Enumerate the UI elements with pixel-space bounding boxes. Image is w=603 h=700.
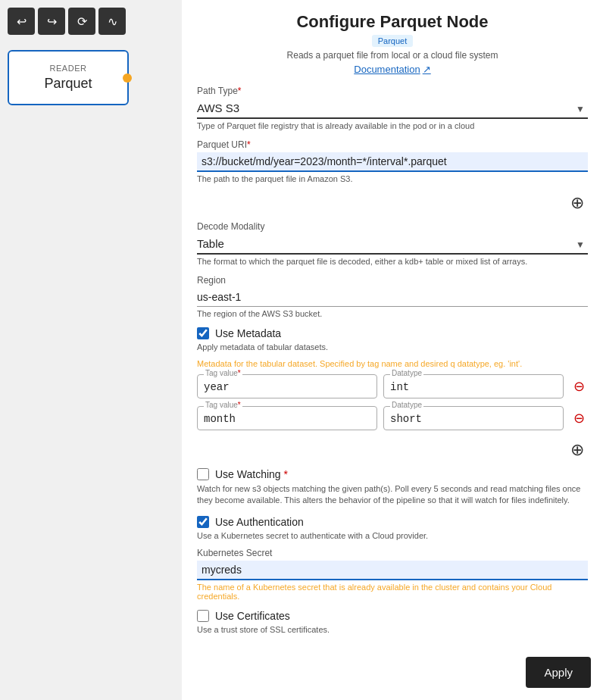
parquet-uri-hint: The path to the parquet file in Amazon S… [197, 174, 588, 183]
wave-button[interactable]: ∿ [98, 8, 126, 35]
doc-link-row: Documentation ↗ [197, 64, 588, 75]
node-connection-dot [123, 73, 132, 83]
path-type-hint: Type of Parquet file registry that is al… [197, 121, 588, 130]
region-input[interactable] [197, 288, 588, 307]
use-metadata-checkbox[interactable] [197, 327, 209, 339]
use-authentication-hint: Use a Kubernetes secret to authenticate … [197, 531, 588, 540]
add-tag-btn-row: ⊕ [197, 439, 588, 461]
left-panel: ↩ ↪ ⟳ ∿ READER Parquet [0, 0, 182, 700]
panel-subtitle: Reads a parquet file from local or a clo… [197, 50, 588, 61]
node-card: READER Parquet [8, 50, 129, 105]
path-type-dropdown-wrapper: AWS S3 ▼ [197, 98, 588, 119]
datatype2-label: Datatype [390, 401, 423, 409]
apply-button[interactable]: Apply [526, 657, 591, 688]
external-link-icon: ↗ [423, 64, 431, 75]
use-certificates-label[interactable]: Use Certificates [215, 610, 290, 622]
tag-row-2: Tag value* Datatype ⊖ [197, 406, 588, 430]
use-authentication-row: Use Authentication [197, 516, 588, 528]
node-type-label: READER [50, 64, 87, 73]
use-watching-hint: Watch for new s3 objects matching the gi… [197, 483, 588, 507]
use-authentication-section: Use Authentication Use a Kubernetes secr… [197, 516, 588, 601]
parquet-uri-section: Parquet URI* The path to the parquet fil… [197, 139, 588, 183]
remove-tag2-button[interactable]: ⊖ [570, 409, 588, 427]
redo-button[interactable]: ↪ [38, 8, 65, 35]
decode-modality-section: Decode Modality Table ▼ The format to wh… [197, 221, 588, 266]
tag1-label: Tag value* [204, 369, 242, 377]
documentation-link[interactable]: Documentation ↗ [354, 64, 430, 75]
tag2-input[interactable] [204, 413, 370, 425]
use-certificates-hint: Use a trust store of SSL certificates. [197, 625, 588, 634]
use-metadata-label[interactable]: Use Metadata [215, 327, 281, 339]
tag2-wrapper: Tag value* [197, 406, 377, 430]
tag2-label: Tag value* [204, 401, 242, 409]
datatype1-wrapper: Datatype [383, 374, 564, 398]
region-section: Region The region of the AWS S3 bucket. [197, 275, 588, 318]
k8s-secret-input[interactable] [197, 561, 588, 580]
add-uri-button[interactable]: ⊕ [567, 192, 588, 214]
k8s-secret-label: Kubernetes Secret [197, 548, 588, 558]
remove-tag1-button[interactable]: ⊖ [570, 377, 588, 395]
tag1-input[interactable] [204, 381, 370, 393]
use-authentication-checkbox[interactable] [197, 516, 209, 528]
decode-modality-label: Decode Modality [197, 221, 588, 232]
datatype1-input[interactable] [390, 381, 557, 393]
parquet-uri-input[interactable] [197, 152, 588, 172]
use-watching-section: Use Watching * Watch for new s3 objects … [197, 468, 588, 507]
refresh-button[interactable]: ⟳ [68, 8, 95, 35]
use-certificates-checkbox[interactable] [197, 610, 209, 622]
panel-title: Configure Parquet Node [197, 12, 588, 32]
region-hint: The region of the AWS S3 bucket. [197, 309, 588, 318]
add-uri-btn-row: ⊕ [197, 192, 588, 214]
tag1-wrapper: Tag value* [197, 374, 377, 398]
use-watching-row: Use Watching * [197, 468, 588, 480]
parquet-tag-row: Parquet [197, 35, 588, 47]
tag-row-1: Tag value* Datatype ⊖ [197, 374, 588, 398]
use-metadata-hint: Apply metadata of tabular datasets. [197, 342, 588, 352]
path-type-section: Path Type* AWS S3 ▼ Type of Parquet file… [197, 86, 588, 130]
right-panel: Configure Parquet Node Parquet Reads a p… [182, 0, 603, 700]
path-type-select[interactable]: AWS S3 [197, 98, 588, 119]
use-authentication-label[interactable]: Use Authentication [215, 516, 304, 528]
use-watching-checkbox[interactable] [197, 468, 209, 480]
metadata-description: Metadata for the tabular dataset. Specif… [197, 359, 588, 368]
datatype2-wrapper: Datatype [383, 406, 564, 430]
use-watching-label[interactable]: Use Watching * [215, 468, 288, 480]
undo-button[interactable]: ↩ [8, 8, 35, 35]
path-type-label: Path Type* [197, 86, 588, 96]
region-label: Region [197, 275, 588, 286]
datatype2-input[interactable] [390, 413, 557, 425]
decode-modality-select[interactable]: Table [197, 234, 588, 255]
k8s-secret-hint: The name of a Kubernetes secret that is … [197, 583, 588, 601]
use-metadata-row: Use Metadata [197, 327, 588, 339]
decode-modality-hint: The format to which the parquet file is … [197, 257, 588, 266]
use-certificates-row: Use Certificates [197, 610, 588, 622]
parquet-badge: Parquet [372, 35, 414, 47]
toolbar: ↩ ↪ ⟳ ∿ [8, 8, 126, 35]
use-metadata-section: Use Metadata Apply metadata of tabular d… [197, 327, 588, 430]
decode-modality-wrapper: Table ▼ [197, 234, 588, 255]
parquet-uri-label: Parquet URI* [197, 139, 588, 150]
add-tag-button[interactable]: ⊕ [567, 439, 588, 461]
use-certificates-section: Use Certificates Use a trust store of SS… [197, 610, 588, 634]
node-name-label: Parquet [44, 76, 92, 92]
datatype1-label: Datatype [390, 369, 423, 377]
